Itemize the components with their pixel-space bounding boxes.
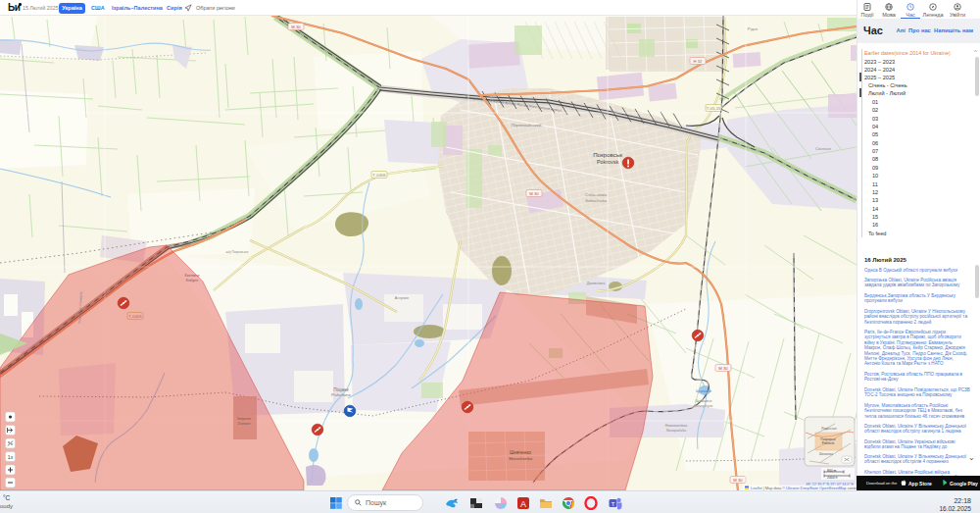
- svg-text:Shevchenko: Shevchenko: [509, 456, 533, 461]
- svg-text:М 30: М 30: [529, 191, 539, 196]
- svg-text:Kotlyne: Kotlyne: [186, 279, 199, 282]
- svg-text:М 30: М 30: [291, 25, 301, 29]
- svg-text:Novopavlivka: Novopavlivka: [666, 429, 686, 433]
- svg-text:Chunyshyne: Chunyshyne: [695, 404, 713, 408]
- svg-text:Покровськ: Покровськ: [593, 151, 622, 158]
- svg-text:ш/у Покровське: ш/у Покровське: [225, 250, 248, 254]
- svg-text:Pokrovsk: Pokrovsk: [597, 159, 618, 165]
- svg-text:Новопавлівка: Новопавлівка: [665, 424, 688, 428]
- svg-text:Zvirove: Zvirove: [237, 421, 251, 426]
- svg-text:Первомайський: Первомайський: [512, 123, 542, 128]
- svg-text:T: T: [612, 500, 615, 506]
- svg-text:М 30: М 30: [733, 478, 743, 483]
- svg-text:Pokrovsk: Pokrovsk: [822, 441, 835, 445]
- svg-text:Ангрове: Ангрове: [395, 296, 409, 300]
- svg-text:М 30: М 30: [718, 366, 728, 371]
- svg-text:Родинське: Родинське: [821, 427, 837, 431]
- svg-text:Рідне: Рідне: [748, 26, 759, 31]
- svg-text:Чунишине: Чунишине: [695, 399, 711, 403]
- svg-text:1x: 1x: [8, 454, 14, 460]
- svg-text:Соба-чівка: Соба-чівка: [585, 192, 608, 197]
- svg-text:Шевченко: Шевченко: [510, 450, 531, 455]
- svg-text:Sobachivka: Sobachivka: [585, 198, 607, 203]
- svg-text:A: A: [520, 498, 526, 508]
- svg-text:Н 32: Н 32: [694, 59, 704, 64]
- svg-text:Шевченко: Шевченко: [819, 452, 833, 456]
- svg-text:800 m: 800 m: [827, 469, 837, 473]
- svg-text:Чунишине: Чунишине: [696, 389, 711, 393]
- svg-text:Долинівка: Долинівка: [587, 281, 607, 285]
- svg-text:Т-05-15: Т-05-15: [707, 106, 721, 111]
- svg-text:Сонячне: Сонячне: [815, 146, 832, 151]
- svg-text:2000 ft: 2000 ft: [827, 476, 837, 480]
- svg-text:Pishchane: Pishchane: [331, 392, 351, 397]
- svg-text:Котлине: Котлине: [184, 273, 200, 278]
- svg-text:Т-0406: Т-0406: [372, 173, 386, 178]
